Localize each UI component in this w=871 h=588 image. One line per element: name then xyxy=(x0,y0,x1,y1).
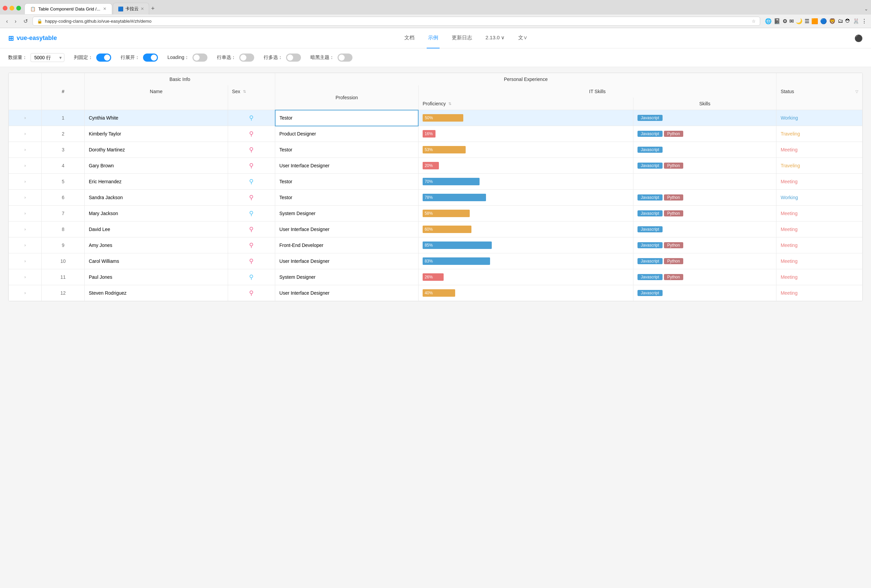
expand-button[interactable]: › xyxy=(9,255,41,267)
loading-toggle[interactable] xyxy=(193,54,207,62)
expand-cell[interactable]: › xyxy=(9,253,42,269)
expand-button[interactable]: › xyxy=(9,223,41,236)
traffic-light-fullscreen[interactable] xyxy=(16,6,21,10)
proficiency-bar-container: 26% xyxy=(419,271,633,284)
back-button[interactable]: ‹ xyxy=(4,17,10,26)
expand-button[interactable]: › xyxy=(9,175,41,188)
table-row[interactable]: › 9 Amy Jones ⚲ Front-End Developer 85% … xyxy=(9,237,862,253)
ext-icon-8[interactable]: 🔵 xyxy=(820,18,827,24)
row-single-select-toggle[interactable] xyxy=(239,54,254,62)
bookmark-icon[interactable]: ☆ xyxy=(752,19,756,24)
table-row[interactable]: › 4 Gary Brown ⚲ User Interface Designer… xyxy=(9,158,862,174)
ext-icon-10[interactable]: 🗂 xyxy=(838,18,843,24)
row-multi-select-label: 行多选： xyxy=(264,55,283,61)
nav-changelog[interactable]: 更新日志 xyxy=(450,28,473,48)
expand-cell[interactable]: › xyxy=(9,190,42,206)
table-row[interactable]: › 6 Sandra Jackson ⚲ Testor 78% Javascri… xyxy=(9,190,862,206)
expand-cell[interactable]: › xyxy=(9,174,42,190)
sex-label: Sex xyxy=(232,89,240,94)
traffic-light-minimize[interactable] xyxy=(9,6,14,10)
expand-button[interactable]: › xyxy=(9,191,41,204)
ext-icon-5[interactable]: 🌙 xyxy=(796,18,802,24)
ext-icon-6[interactable]: ☰ xyxy=(805,18,809,24)
proficiency-sort-icon[interactable]: ⇅ xyxy=(448,101,452,106)
expand-cell[interactable]: › xyxy=(9,142,42,158)
skill-tag: Javascript xyxy=(638,131,663,137)
status-filter-icon[interactable]: ▽ xyxy=(855,90,858,94)
expand-button[interactable]: › xyxy=(9,143,41,156)
ext-icon-12[interactable]: 🐰 xyxy=(853,18,859,24)
forward-button[interactable]: › xyxy=(12,17,18,26)
row-expand-toggle[interactable] xyxy=(143,54,158,62)
address-bar[interactable]: 🔒 happy-coding-clans.github.io/vue-easyt… xyxy=(33,16,760,26)
expand-cell[interactable]: › xyxy=(9,221,42,237)
logo[interactable]: ⊞ vue-easytable xyxy=(8,34,57,42)
tab-favicon: 📋 xyxy=(30,6,36,12)
tab-bar-right-controls: ⌄ xyxy=(864,6,868,12)
sex-sort-icon[interactable]: ⇅ xyxy=(243,90,246,94)
proficiency-cell: 50% xyxy=(418,110,633,126)
reload-button[interactable]: ↺ xyxy=(21,16,30,26)
table-row[interactable]: › 2 Kimberly Taylor ⚲ Product Designer 1… xyxy=(9,126,862,142)
expand-button[interactable]: › xyxy=(9,239,41,252)
profession-cell[interactable]: Testor xyxy=(275,110,419,126)
nav-version[interactable]: 2.13.0 ∨ xyxy=(484,28,506,48)
expand-button[interactable]: › xyxy=(9,287,41,299)
expand-cell[interactable]: › xyxy=(9,237,42,253)
expand-cell[interactable]: › xyxy=(9,285,42,301)
ext-icon-9[interactable]: 🦁 xyxy=(829,18,836,24)
expand-cell[interactable]: › xyxy=(9,126,42,142)
menu-button[interactable]: ⋮ xyxy=(862,18,867,24)
table-row[interactable]: › 7 Mary Jackson ⚲ System Designer 58% J… xyxy=(9,206,862,221)
nav-lang[interactable]: 文∨ xyxy=(517,28,529,48)
expand-button[interactable]: › xyxy=(9,112,41,124)
ext-icon-4[interactable]: ✉ xyxy=(789,18,794,24)
table-row[interactable]: › 1 Cynthia White ⚲ Testor 50% Javascrip… xyxy=(9,110,862,126)
nav-examples[interactable]: 示例 xyxy=(427,28,440,48)
table-row[interactable]: › 11 Paul Jones ⚲ System Designer 26% Ja… xyxy=(9,269,862,285)
row-profession: Testor xyxy=(280,115,292,121)
expand-button[interactable]: › xyxy=(9,271,41,284)
new-tab-button[interactable]: + xyxy=(151,5,155,12)
tab-inactive[interactable]: 🟦 卡拉云 ✕ xyxy=(113,3,149,15)
row-single-select-label: 行单选： xyxy=(217,55,236,61)
table-row[interactable]: › 10 Carol Williams ⚲ User Interface Des… xyxy=(9,253,862,269)
expand-cell[interactable]: › xyxy=(9,206,42,221)
num-cell: 5 xyxy=(42,174,85,190)
expand-cell[interactable]: › xyxy=(9,158,42,174)
row-multi-select-toggle[interactable] xyxy=(286,54,301,62)
ext-icon-3[interactable]: ⚙ xyxy=(783,18,787,24)
controls-bar: 数据量： 5000 行 1000 行 2000 行 10000 行 列固定： 行… xyxy=(0,48,871,67)
row-status: Meeting xyxy=(777,207,862,220)
proficiency-bar-container: 50% xyxy=(419,112,633,124)
table-row[interactable]: › 8 David Lee ⚲ User Interface Designer … xyxy=(9,221,862,237)
row-profession: Testor xyxy=(279,179,292,184)
tab2-close[interactable]: ✕ xyxy=(141,6,144,11)
ext-icon-11[interactable]: ⛑ xyxy=(845,18,851,24)
expand-cell[interactable]: › xyxy=(9,110,42,126)
expand-button[interactable]: › xyxy=(9,127,41,140)
dark-theme-toggle[interactable] xyxy=(338,54,352,62)
tab-active[interactable]: 📋 Table Component/ Data Grid /... ✕ xyxy=(24,3,112,14)
table-row[interactable]: › 12 Steven Rodriguez ⚲ User Interface D… xyxy=(9,285,862,301)
row-profession: System Designer xyxy=(279,275,316,280)
ext-icon-2[interactable]: 📓 xyxy=(774,18,781,24)
expand-button[interactable]: › xyxy=(9,159,41,172)
github-icon[interactable]: ⚫ xyxy=(855,34,863,42)
num-header-cell: # xyxy=(42,85,84,97)
num-cell: 1 xyxy=(42,110,85,126)
sex-header-cell: Sex ⇅ xyxy=(228,85,275,97)
tab-close[interactable]: ✕ xyxy=(103,6,106,11)
table-row[interactable]: › 3 Dorothy Martinez ⚲ Testor 53% Javasc… xyxy=(9,142,862,158)
data-amount-select[interactable]: 5000 行 1000 行 2000 行 10000 行 xyxy=(30,53,64,62)
proficiency-bar-container: 20% xyxy=(419,159,633,172)
table-row[interactable]: › 5 Eric Hernandez ⚲ Testor 70% Meeting xyxy=(9,174,862,190)
col-fixed-toggle[interactable] xyxy=(96,54,111,62)
expand-cell[interactable]: › xyxy=(9,269,42,285)
ext-icon-7[interactable]: 🟧 xyxy=(811,18,818,24)
expand-button[interactable]: › xyxy=(9,207,41,220)
traffic-light-close[interactable] xyxy=(3,6,7,10)
nav-docs[interactable]: 文档 xyxy=(403,28,416,48)
proficiency-bar: 53% xyxy=(423,146,465,154)
ext-icon-1[interactable]: 🌐 xyxy=(765,18,772,24)
